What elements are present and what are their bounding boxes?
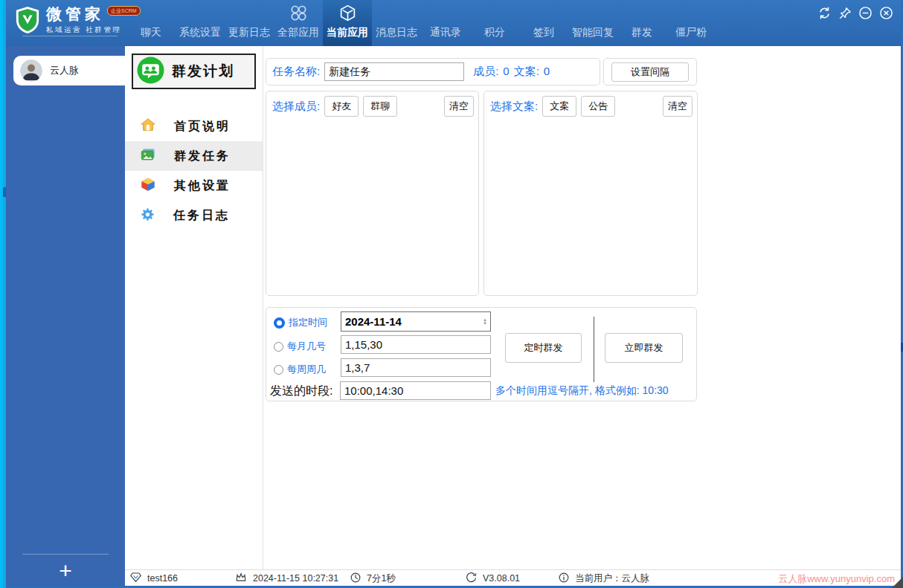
clock-icon: [350, 572, 361, 586]
option-weekly: 每周周几: [274, 363, 326, 376]
option-fixed-time: 指定时间: [274, 316, 327, 329]
interval-box: 设置间隔: [603, 58, 697, 85]
radio-fixed-time[interactable]: [274, 317, 285, 329]
statusbar: test166 2024-11-15 10:27:31 7分1秒: [125, 569, 901, 586]
task-name-input[interactable]: [324, 62, 464, 81]
copy-panel: 选择文案: 文案 公告 清空: [483, 91, 698, 296]
tab-current-app[interactable]: 当前应用: [323, 0, 372, 46]
tab-system-settings[interactable]: 系统设置: [176, 0, 225, 46]
members-panel-title: 选择成员:: [272, 100, 320, 114]
minimize-icon[interactable]: [858, 6, 873, 20]
logo-divider: [22, 36, 118, 36]
spinner-down-icon[interactable]: ▼: [483, 322, 487, 326]
account-item[interactable]: 云人脉: [13, 56, 125, 85]
app-logo: 微管家 企业SCRM 私域运营 社群管理: [15, 5, 141, 38]
clear-copy-button[interactable]: 清空: [663, 96, 692, 117]
date-value: 2024-11-14: [345, 315, 402, 328]
tab-chat[interactable]: 聊天: [126, 0, 176, 46]
window-edge-left: [0, 0, 6, 588]
pin-icon[interactable]: [838, 7, 852, 20]
account-sidebar: 云人脉 +: [6, 46, 125, 586]
window-controls: [817, 6, 893, 20]
gear-icon: [140, 207, 155, 225]
radio-monthly[interactable]: [274, 342, 283, 352]
task-name-label: 任务名称:: [272, 65, 320, 79]
close-icon[interactable]: [879, 6, 893, 20]
tab-points[interactable]: 积分: [470, 0, 519, 46]
notice-button[interactable]: 公告: [581, 96, 615, 117]
status-account: test166: [129, 570, 178, 587]
gem-icon: [129, 571, 142, 586]
tab-checkin[interactable]: 签到: [519, 0, 568, 46]
instant-send-button[interactable]: 立即群发: [605, 333, 683, 363]
nav-item-other-settings[interactable]: 其他设置: [125, 171, 263, 201]
nav-item-task-log[interactable]: 任务日志: [125, 201, 263, 230]
topbar: 微管家 企业SCRM 私域运营 社群管理 聊天 系统设置 更新日志 全部应用: [6, 0, 901, 46]
nav-menu: 首页说明 群发任务 其他设置: [125, 112, 263, 230]
set-interval-button[interactable]: 设置间隔: [611, 62, 689, 82]
radio-weekly[interactable]: [274, 365, 283, 375]
status-duration: 7分1秒: [350, 570, 396, 587]
task-name-row: 任务名称: 成员: 0 文案: 0: [266, 58, 600, 85]
sync-icon: [465, 571, 478, 586]
main-tabs: 聊天 系统设置 更新日志 全部应用 当前应用 消息日志 通讯录 积分 签: [126, 0, 716, 46]
date-spinner[interactable]: ▲ ▼: [483, 318, 487, 326]
members-count-label: 成员:: [473, 65, 498, 79]
schedule-divider: [594, 317, 594, 382]
schedule-panel: 指定时间 2024-11-14 ▲ ▼ 每月几号 每周周几 发送的时段: 多个时…: [266, 307, 697, 401]
nav-item-mass-task[interactable]: 群发任务: [125, 141, 263, 171]
tab-all-apps[interactable]: 全部应用: [274, 0, 323, 46]
tab-mass-send[interactable]: 群发: [617, 0, 666, 46]
groups-button[interactable]: 群聊: [363, 96, 397, 117]
avatar: [20, 59, 42, 82]
tab-smart-reply[interactable]: 智能回复: [568, 0, 617, 46]
copy-count-label: 文案:: [514, 65, 539, 79]
plan-header: 群发计划: [132, 54, 256, 89]
tab-contacts[interactable]: 通讯录: [421, 0, 470, 46]
tab-zombie-fans[interactable]: 僵尸粉: [666, 0, 716, 46]
members-panel-header: 选择成员: 好友 群聊 清空: [266, 91, 478, 117]
status-current-user: 当前用户：云人脉: [558, 570, 649, 587]
main-content: 任务名称: 成员: 0 文案: 0 设置间隔 选择成员: 好友 群聊 清空 选择…: [263, 46, 901, 569]
nav-panel: 群发计划 首页说明 群发任务: [125, 46, 263, 569]
date-input[interactable]: 2024-11-14 ▲ ▼: [341, 311, 491, 332]
clear-members-button[interactable]: 清空: [444, 96, 474, 117]
refresh-icon[interactable]: [817, 6, 832, 20]
sidebar-divider: [22, 554, 109, 555]
copy-panel-title: 选择文案:: [490, 100, 538, 114]
edge-left-notch: [3, 187, 6, 197]
copy-count-value: 0: [544, 65, 550, 79]
cube-icon: [338, 3, 357, 22]
group-send-icon: [137, 56, 164, 87]
tab-message-log[interactable]: 消息日志: [372, 0, 421, 46]
app-title: 微管家: [46, 5, 104, 22]
monthly-days-input[interactable]: [341, 335, 491, 354]
period-label: 发送的时段:: [270, 384, 332, 399]
copy-panel-header: 选择文案: 文案 公告 清空: [484, 91, 697, 117]
weekly-days-input[interactable]: [341, 358, 491, 377]
nav-item-home-guide[interactable]: 首页说明: [125, 112, 263, 141]
tab-update-log[interactable]: 更新日志: [225, 0, 274, 46]
period-row: 发送的时段:: [270, 384, 332, 399]
photos-icon: [140, 146, 156, 166]
members-count-value: 0: [503, 65, 509, 79]
home-icon: [140, 117, 156, 136]
timed-send-button[interactable]: 定时群发: [505, 333, 582, 363]
friends-button[interactable]: 好友: [324, 96, 359, 117]
account-name: 云人脉: [50, 64, 79, 77]
grid-circles-icon: [289, 3, 308, 22]
status-version: V3.08.01: [465, 570, 520, 587]
status-datetime: 2024-11-15 10:27:31: [234, 570, 338, 587]
watermark: 云人脉www.yunyunvip.com: [778, 572, 895, 586]
period-hint: 多个时间用逗号隔开, 格式例如: 10:30: [495, 384, 669, 398]
members-panel: 选择成员: 好友 群聊 清空: [266, 91, 479, 296]
period-input[interactable]: [340, 381, 491, 400]
info-icon: [558, 572, 570, 586]
resize-grip[interactable]: [892, 577, 903, 588]
counts: 成员: 0 文案: 0: [473, 65, 550, 79]
option-monthly: 每月几号: [274, 340, 326, 353]
add-account-button[interactable]: +: [6, 558, 125, 584]
crown-icon: [234, 571, 248, 587]
copy-button[interactable]: 文案: [542, 96, 576, 117]
shield-logo-icon: [15, 5, 40, 38]
